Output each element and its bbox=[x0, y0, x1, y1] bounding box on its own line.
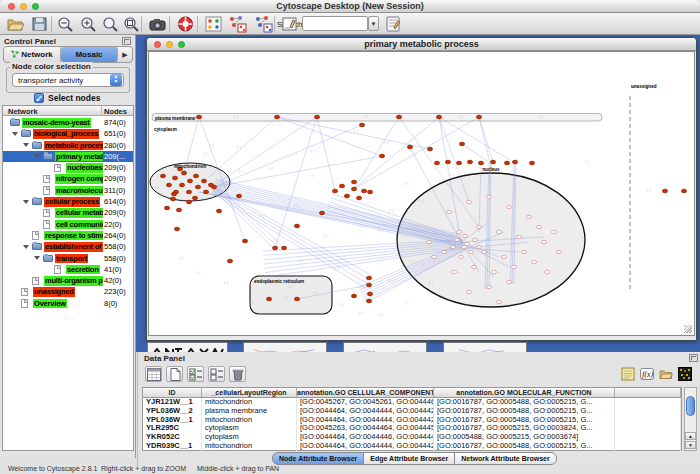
background-window-thumbnail[interactable] bbox=[243, 342, 327, 352]
network-node[interactable] bbox=[361, 189, 366, 193]
network-node[interactable] bbox=[469, 250, 474, 253]
network-edge[interactable] bbox=[317, 117, 335, 191]
open-folder-icon[interactable] bbox=[6, 15, 25, 33]
network-node[interactable] bbox=[211, 185, 216, 189]
tree-row-primary-metabo[interactable]: primary metabo209(... bbox=[3, 151, 133, 162]
select-nodes-checkbox[interactable]: ✓ bbox=[34, 93, 44, 103]
network-node[interactable] bbox=[517, 235, 522, 238]
network-node[interactable] bbox=[467, 290, 472, 293]
table-row-ypl036w__2[interactable]: YPL036W__2plasma membrane[GO:0044464, GO… bbox=[143, 407, 681, 416]
network-edge[interactable] bbox=[277, 117, 430, 149]
layout-a-icon[interactable] bbox=[228, 15, 247, 33]
scroll-down-arrow[interactable]: ▼ bbox=[685, 441, 696, 449]
network-node[interactable] bbox=[434, 161, 439, 165]
network-node[interactable] bbox=[512, 265, 517, 268]
tree-row-overview[interactable]: Overview8(0) bbox=[3, 298, 133, 309]
node-color-select[interactable]: transporter activity ▲▼ bbox=[12, 73, 124, 87]
network-node[interactable] bbox=[477, 245, 482, 248]
snapshot-icon[interactable] bbox=[148, 15, 167, 33]
network-node[interactable] bbox=[176, 208, 181, 212]
network-node[interactable] bbox=[457, 230, 462, 233]
network-node[interactable] bbox=[339, 184, 344, 188]
network-node[interactable] bbox=[447, 210, 452, 213]
scrollbar-thumb[interactable] bbox=[686, 396, 695, 416]
network-edge[interactable] bbox=[209, 117, 277, 177]
tree-row-transport[interactable]: transport558(0) bbox=[3, 253, 133, 264]
table-row-yjr121w__1[interactable]: YJR121W__1mitochondrion[GO:0045267, GO:0… bbox=[143, 398, 681, 407]
network-node[interactable] bbox=[542, 240, 547, 243]
network-node[interactable] bbox=[281, 246, 286, 250]
network-node[interactable] bbox=[356, 196, 361, 200]
network-node[interactable] bbox=[266, 297, 271, 301]
network-node[interactable] bbox=[507, 205, 512, 208]
network-node[interactable] bbox=[442, 250, 447, 253]
network-window-titlebar[interactable]: primary metabolic process bbox=[147, 38, 696, 51]
network-node[interactable] bbox=[396, 115, 401, 119]
network-node[interactable] bbox=[294, 297, 299, 301]
zoom-fit-icon[interactable] bbox=[101, 15, 120, 33]
table-row-ydr039c__1[interactable]: YDR039C__1mitochondrion[GO:0044464, GO:0… bbox=[143, 442, 681, 451]
network-node[interactable] bbox=[477, 225, 482, 228]
network-node[interactable] bbox=[527, 215, 532, 218]
float-panel-icon[interactable] bbox=[689, 354, 698, 362]
network-graph[interactable]: (···)(···)(···)(···)(···)(···)(···)(···)… bbox=[149, 52, 694, 335]
network-node[interactable] bbox=[366, 299, 371, 303]
network-edge[interactable] bbox=[479, 117, 493, 162]
disclosure-triangle[interactable] bbox=[23, 245, 29, 249]
network-node[interactable] bbox=[459, 255, 464, 258]
network-node[interactable] bbox=[351, 180, 356, 184]
scroll-up-arrow[interactable]: ▲ bbox=[685, 432, 696, 440]
tab-overflow-arrow[interactable]: ▶ bbox=[118, 47, 132, 62]
network-edge[interactable] bbox=[212, 191, 367, 284]
window-resize-grip[interactable] bbox=[684, 325, 692, 333]
network-edge[interactable] bbox=[216, 185, 282, 245]
table-scrollbar[interactable]: ▲ ▼ bbox=[684, 387, 697, 451]
network-node[interactable] bbox=[456, 161, 461, 165]
table-row-ykr052c[interactable]: YKR052Ccytoplasm[GO:0044464, GO:0044446,… bbox=[143, 433, 681, 442]
network-canvas[interactable]: (···)(···)(···)(···)(···)(···)(···)(···)… bbox=[148, 51, 695, 336]
network-node[interactable] bbox=[451, 245, 456, 248]
network-node[interactable] bbox=[366, 283, 371, 287]
tree-row-nitrogen-compo[interactable]: nitrogen compo209(0) bbox=[3, 173, 133, 184]
network-node[interactable] bbox=[195, 185, 200, 189]
network-node[interactable] bbox=[171, 192, 176, 196]
network-node[interactable] bbox=[227, 259, 232, 263]
network-node[interactable] bbox=[467, 160, 472, 164]
disclosure-triangle[interactable] bbox=[23, 143, 29, 147]
zoom-selected-icon[interactable] bbox=[122, 15, 141, 33]
help-ring-icon[interactable] bbox=[176, 15, 195, 33]
network-node[interactable] bbox=[172, 176, 177, 180]
network-node[interactable] bbox=[512, 160, 517, 164]
birdseye-icon[interactable] bbox=[204, 15, 223, 33]
network-node[interactable] bbox=[436, 115, 441, 119]
network-node[interactable] bbox=[216, 209, 221, 213]
layout-b-icon[interactable] bbox=[254, 15, 273, 33]
network-node[interactable] bbox=[294, 224, 299, 228]
network-node[interactable] bbox=[465, 242, 470, 245]
network-node[interactable] bbox=[160, 174, 165, 178]
network-edge[interactable] bbox=[277, 117, 382, 156]
network-node[interactable] bbox=[203, 190, 208, 194]
import-icon[interactable] bbox=[659, 367, 673, 381]
tree-row-mosaic-demo-yeast[interactable]: mosaic-demo-yeast874(0) bbox=[3, 117, 133, 128]
annotate-icon[interactable] bbox=[280, 15, 299, 33]
network-node[interactable] bbox=[532, 260, 537, 263]
table-row-ypl036w__1[interactable]: YPL036W__1mitochondrion[GO:0044464, GO:0… bbox=[143, 416, 681, 425]
network-node[interactable] bbox=[242, 239, 247, 243]
network-node[interactable] bbox=[359, 123, 364, 127]
network-edge[interactable] bbox=[354, 117, 439, 189]
network-node[interactable] bbox=[459, 142, 464, 146]
network-node[interactable] bbox=[473, 238, 478, 241]
network-node[interactable] bbox=[351, 187, 356, 191]
network-node[interactable] bbox=[332, 189, 337, 193]
save-icon[interactable] bbox=[30, 15, 49, 33]
attribute-table-icon[interactable] bbox=[145, 366, 162, 382]
network-node[interactable] bbox=[522, 250, 527, 253]
delete-attribute-icon[interactable] bbox=[229, 366, 246, 382]
tab-network[interactable]: Network bbox=[4, 47, 61, 62]
disclosure-triangle[interactable] bbox=[34, 154, 40, 158]
plasma-membrane-region[interactable] bbox=[152, 114, 602, 122]
table-row-ylr295c[interactable]: YLR295Ccytoplasm[GO:0045263, GO:0044464,… bbox=[143, 424, 681, 433]
column-header--cellularlayoutregion[interactable]: _cellularLayoutRegion bbox=[202, 388, 297, 398]
tree-row-macromolecule[interactable]: macromolecule311(0) bbox=[3, 185, 133, 196]
